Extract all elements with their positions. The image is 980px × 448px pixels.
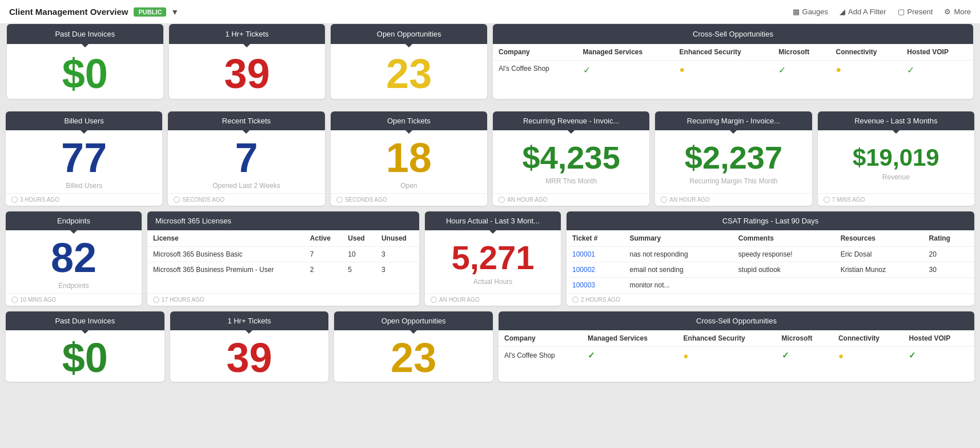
connectivity-cell: ● [830,61,902,80]
recent-tickets-body2: 7 Opened Last 2 Weeks [168,130,324,193]
hours-title: Hours Actual - Last 3 Mont... [446,217,540,225]
topbar-actions: ▩ Gauges ◢ Add A Filter ▢ Present ⚙ More [793,7,971,16]
cs-th-enhanced: Enhanced Security [678,330,776,347]
gauges-label: Gauges [802,7,829,16]
past-due-body: $0 [7,44,163,99]
endpoints-body2: 82 Endpoints [6,230,142,293]
recent-tickets-hdr: Recent Tickets [168,111,324,130]
rev3mo-hdr: Revenue - Last 3 Months [818,111,974,130]
clock-icon [499,197,505,203]
ticket-comments: speedy response! [733,247,835,262]
ticket-rating: 30 [923,262,974,278]
csat-time: 2 HOURS AGO [581,297,620,303]
cross-sell-table-container: Company Managed Services Enhanced Securi… [493,44,973,79]
license-unused: 3 [376,262,419,278]
margin-sub: Recurring Margin This Month [689,177,778,185]
hr-tickets-card2: 1 Hr+ Tickets 39 [170,311,329,382]
billed-users-hdr: Billed Users [6,111,162,130]
ticket-num[interactable]: 100001 [567,247,624,262]
ms365-card2: Microsoft 365 Licenses License Active Us… [147,211,419,306]
open-opps-body: 23 [331,44,487,99]
ticket-resources [835,278,923,293]
open-tickets-sub2: Open [400,182,417,190]
csat-th-summary: Summary [624,230,733,247]
mrr-body: $4,235 MRR This Month [493,130,649,193]
ticket-link[interactable]: 100003 [572,281,595,289]
dropdown-caret-icon[interactable]: ▼ [171,7,179,17]
ms365-th-used: Used [342,230,376,247]
enhanced-cell: ● [674,61,773,80]
license-unused: 3 [376,247,419,262]
col-microsoft: Microsoft [773,44,830,61]
csat-title: CSAT Ratings - Last 90 Days [722,217,819,225]
open-tickets-title: Open Tickets [387,117,431,125]
more-label: More [954,7,971,16]
clock-icon [824,197,830,203]
billed-users-num: 77 [61,137,107,178]
csat-th-rating: Rating [923,230,974,247]
check-yellow-icon: ● [680,65,685,74]
ticket-summary: monitor not... [624,278,733,293]
ticket-summary: email not sending [624,262,733,278]
mrr-title: Recurring Revenue - Invoic... [523,117,619,125]
hr-tickets-value: 39 [224,53,270,94]
open-tickets-card2: Open Tickets 18 Open SECONDS AGO [331,111,487,206]
check-yellow-icon: ● [836,65,842,74]
open-opps-body2: 23 [334,330,493,382]
ms365-th-active: Active [304,230,343,247]
header-arrow [82,44,89,47]
arrow [730,130,737,134]
ticket-resources: Eric Dosal [835,247,923,262]
cs-th-company: Company [499,330,582,347]
hr-tickets-hdr: 1 Hr+ Tickets [170,311,329,330]
ms365-tbl2: License Active Used Unused Microsoft 365… [147,230,419,277]
hr-tickets-card: 1 Hr+ Tickets 39 [169,24,326,99]
clock-icon [661,197,667,203]
filter-action[interactable]: ◢ Add A Filter [840,7,886,16]
present-label: Present [907,7,933,16]
check-green-icon: ✓ [909,350,916,360]
open-tickets-hdr: Open Tickets [331,111,487,130]
cs-th-managed: Managed Services [582,330,677,347]
ticket-num[interactable]: 100003 [567,278,624,293]
hr-tickets-body: 39 [169,44,326,99]
ticket-num[interactable]: 100002 [567,262,624,278]
license-active: 7 [304,247,343,262]
hours-body: 5,271 Actual Hours [425,230,561,293]
cs-managed: ✓ [582,347,677,365]
billed-users-card2: Billed Users 77 Billed Users 3 HOURS AGO [6,111,162,206]
gauges-action[interactable]: ▩ Gauges [793,7,829,16]
ticket-link[interactable]: 100002 [572,266,595,274]
csat-th-comments: Comments [733,230,835,247]
table-row: Microsoft 365 Business Premium - User 2 … [147,262,419,278]
ticket-link[interactable]: 100001 [572,250,595,258]
table-row: Microsoft 365 Business Basic 7 10 3 [147,247,419,262]
csat-th-ticket: Ticket # [567,230,624,247]
cs-th-microsoft: Microsoft [776,330,833,347]
billed-users-title: Billed Users [64,117,103,125]
csat-card2: CSAT Ratings - Last 90 Days Ticket # Sum… [567,211,974,306]
header-arrow [405,44,412,47]
hours-ftr: AN HOUR AGO [425,293,561,306]
rev3mo-title: Revenue - Last 3 Months [854,117,937,125]
past-due-value: $0 [62,53,108,94]
check-yellow-icon: ● [684,351,689,361]
clock-icon [336,197,343,203]
cross-sell-hdr: Cross-Sell Opportunities [499,311,974,330]
rev3mo-ftr: 7 MINS AGO [818,193,974,206]
arrow [489,230,496,234]
mrr-sub: MRR This Month [545,177,597,185]
more-action[interactable]: ⚙ More [944,7,971,16]
list-item: Al's Coffee Shop ✓ ● ✓ ● ✓ [499,347,974,365]
ticket-summary: nas not responding [624,247,733,262]
ticket-rating [923,278,974,293]
open-tickets-ftr: SECONDS AGO [331,193,487,206]
margin-title: Recurring Margin - Invoice... [687,117,780,125]
hours-hdr: Hours Actual - Last 3 Mont... [425,211,561,230]
present-action[interactable]: ▢ Present [898,7,933,16]
csat-tbody: 100001 nas not responding speedy respons… [567,247,974,293]
header-arrow [243,44,250,47]
past-due-body2: $0 [6,330,164,382]
cross-sell-tbl-wrap: Company Managed Services Enhanced Securi… [499,330,974,382]
row-1: Billed Users 77 Billed Users 3 HOURS AGO… [6,111,974,206]
